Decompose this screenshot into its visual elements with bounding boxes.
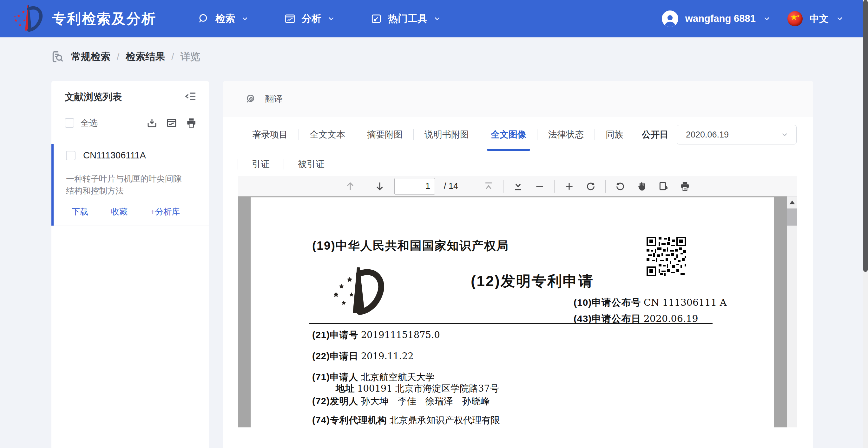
- tab-fulltext-image[interactable]: 全文图像: [480, 117, 537, 152]
- add-to-analysis-link[interactable]: +分析库: [150, 206, 180, 217]
- breadcrumb-separator: /: [171, 51, 174, 62]
- tools-icon: [370, 13, 382, 25]
- list-toolbar: [146, 117, 197, 129]
- pdf-viewer: (19)中华人民共和国国家知识产权局: [238, 197, 797, 427]
- patent-title: 一种转子叶片与机匣的叶尖间隙 结构和控制方法: [66, 173, 198, 197]
- brand-logo-link[interactable]: 专利检索及分析: [13, 4, 156, 33]
- chevron-down-icon[interactable]: [763, 14, 771, 23]
- chevron-down-icon[interactable]: [836, 14, 844, 23]
- qr-code: [647, 237, 686, 276]
- application-date-field: (22)申请日 2019.11.22: [312, 350, 414, 363]
- app-title: 专利检索及分析: [52, 9, 156, 28]
- chevron-down-icon: [241, 14, 249, 23]
- zoom-in-button[interactable]: [562, 178, 576, 194]
- download-icon[interactable]: [146, 117, 158, 129]
- scroll-up-button[interactable]: [787, 197, 797, 208]
- translate-bar: 翻译: [223, 81, 813, 117]
- chevron-down-icon: [780, 131, 789, 139]
- document-list-title: 文献浏览列表: [65, 91, 122, 104]
- page-number-input[interactable]: [394, 178, 435, 195]
- next-page-button[interactable]: [373, 178, 387, 194]
- applicant-field: (71)申请人 北京航空航天大学: [312, 371, 435, 384]
- collapse-panel-button[interactable]: [184, 90, 197, 104]
- nav-analysis[interactable]: 分析: [284, 12, 335, 25]
- breadcrumb-item-detail: 详览: [181, 50, 200, 63]
- detail-panel: 翻译 著录项目 全文文本 摘要附图 说明书附图 全文图像 法律状态 同族 公开日…: [223, 81, 813, 448]
- tab-description-figures[interactable]: 说明书附图: [414, 117, 480, 152]
- application-number-field: (21)申请号 201911151875.0: [312, 329, 440, 342]
- tab-abstract-figure[interactable]: 摘要附图: [356, 117, 413, 152]
- top-header: 专利检索及分析 检索 分析 热门工具 wangfang 6881 ★ ★ 中文: [0, 0, 863, 37]
- divider-rule: [309, 323, 713, 324]
- favorite-link[interactable]: 收藏: [111, 206, 127, 217]
- tab-cited-by[interactable]: 被引证: [284, 158, 339, 170]
- export-chart-icon[interactable]: [166, 117, 177, 129]
- patent-kind-title: (12)发明专利申请: [471, 272, 594, 291]
- publication-date-label: 公开日: [642, 129, 669, 141]
- tab-fulltext[interactable]: 全文文本: [299, 117, 356, 152]
- chevron-down-icon: [327, 14, 335, 23]
- rotate-right-button[interactable]: [613, 178, 627, 194]
- main-nav: 检索 分析 热门工具: [198, 12, 441, 25]
- language-selector[interactable]: 中文: [810, 12, 829, 25]
- patent-number[interactable]: CN111306111A: [83, 150, 146, 161]
- breadcrumb-item-general-search[interactable]: 常规检索: [71, 50, 111, 63]
- nav-tools-label: 热门工具: [388, 12, 427, 25]
- doc-search-icon: [50, 49, 65, 64]
- previous-page-button[interactable]: [343, 178, 357, 194]
- address-field: 地址 100191 北京市海淀区学院路37号: [336, 382, 499, 395]
- publication-date-select[interactable]: 2020.06.19: [677, 125, 797, 144]
- tab-legal-status[interactable]: 法律状态: [537, 117, 594, 152]
- collapse-icon: [184, 90, 197, 103]
- patent-office-line: (19)中华人民共和国国家知识产权局: [312, 238, 509, 254]
- tab-citations[interactable]: 引证: [238, 158, 284, 170]
- window-scrollbar-thumb[interactable]: [863, 0, 868, 272]
- translate-button[interactable]: 翻译: [265, 93, 283, 105]
- user-zone: wangfang 6881 ★ ★ 中文: [662, 0, 844, 37]
- download-link[interactable]: 下载: [72, 206, 88, 217]
- user-name[interactable]: wangfang 6881: [685, 13, 756, 24]
- cnipa-emblem: [327, 267, 389, 316]
- pdf-toolbar: / 14: [238, 176, 797, 197]
- analysis-icon: [284, 13, 296, 25]
- last-page-button[interactable]: [511, 178, 525, 194]
- nav-analysis-label: 分析: [302, 12, 321, 25]
- select-all-label: 全选: [81, 117, 98, 129]
- zoom-out-button[interactable]: [533, 178, 547, 194]
- nav-tools[interactable]: 热门工具: [370, 12, 441, 25]
- citation-tabs: 引证 被引证: [223, 152, 813, 176]
- china-flag-icon[interactable]: ★ ★: [787, 11, 803, 26]
- select-all-checkbox[interactable]: [65, 118, 74, 128]
- breadcrumb-separator: /: [117, 51, 119, 62]
- first-page-button[interactable]: [482, 178, 496, 194]
- export-page-button[interactable]: [656, 178, 670, 194]
- cnipa-logo-icon: [13, 4, 43, 33]
- tab-family[interactable]: 同族: [595, 117, 634, 152]
- breadcrumb: 常规检索 / 检索结果 / 详览: [50, 37, 200, 76]
- print-page-button[interactable]: [678, 178, 692, 194]
- tab-bibliographic[interactable]: 著录项目: [241, 117, 299, 152]
- print-icon[interactable]: [186, 117, 197, 129]
- avatar[interactable]: [662, 10, 678, 27]
- publication-date-value: 2020.06.19: [686, 130, 780, 140]
- pdf-scrollbar-thumb[interactable]: [787, 208, 797, 226]
- search-icon: [198, 13, 210, 25]
- hand-tool-button[interactable]: [635, 178, 649, 194]
- user-icon: [663, 13, 677, 27]
- patent-list-item[interactable]: CN111306111A 一种转子叶片与机匣的叶尖间隙 结构和控制方法 下载 收…: [52, 144, 209, 226]
- breadcrumb-item-search-results[interactable]: 检索结果: [126, 50, 165, 63]
- nav-search[interactable]: 检索: [198, 12, 249, 25]
- inventors-field: (72)发明人 孙大坤 李佳 徐瑞泽 孙晓峰: [312, 395, 490, 408]
- chevron-down-icon: [433, 14, 441, 23]
- nav-search-label: 检索: [215, 12, 235, 25]
- rotate-left-button[interactable]: [584, 178, 598, 194]
- translate-magnifier-icon[interactable]: [245, 94, 257, 105]
- pdf-scrollbar[interactable]: [787, 197, 797, 427]
- item-checkbox[interactable]: [66, 151, 75, 160]
- page-count-label: / 14: [444, 181, 458, 191]
- agency-field: (74)专利代理机构 北京鼎承知识产权代理有限: [312, 414, 500, 427]
- document-list-panel: 文献浏览列表 全选 CN111306111A 一种转子叶片与机匣的叶尖间隙 结构…: [52, 81, 209, 448]
- patent-document-page: (19)中华人民共和国国家知识产权局: [251, 197, 774, 427]
- detail-tabs: 著录项目 全文文本 摘要附图 说明书附图 全文图像 法律状态 同族 公开日 20…: [223, 117, 813, 152]
- window-scrollbar[interactable]: [863, 0, 868, 448]
